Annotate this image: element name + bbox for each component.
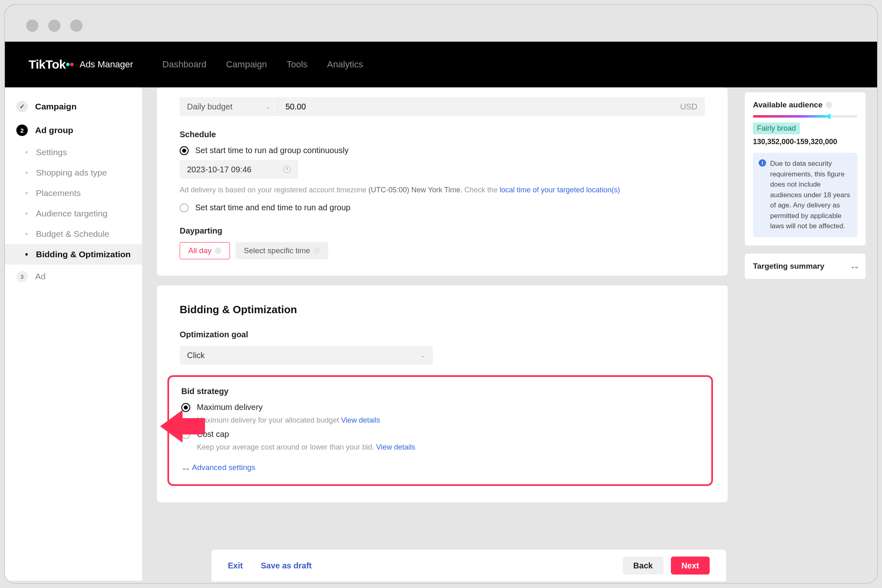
step-number-icon: 2 (16, 125, 28, 136)
pill-label: Select specific time (244, 246, 310, 255)
brand: TikTok•• Ads Manager (29, 58, 133, 71)
bid-max-delivery-radio[interactable]: Maximum delivery (181, 403, 699, 412)
bid-strategy-highlight: Bid strategy Maximum delivery Maximum de… (167, 375, 713, 486)
sidebar-item-budget[interactable]: Budget & Schedule (5, 224, 142, 244)
available-audience-title: Available audience (753, 100, 858, 109)
callout-arrow-icon (160, 410, 205, 443)
nav-dashboard[interactable]: Dashboard (163, 59, 207, 70)
sidebar-item-label: Shopping ads type (36, 168, 107, 178)
step-number-icon: 3 (16, 271, 28, 282)
max-delivery-desc: Maximum delivery for your allocated budg… (197, 416, 699, 425)
nav-campaign[interactable]: Campaign (226, 59, 267, 70)
save-draft-button[interactable]: Save as draft (261, 561, 312, 570)
bidding-card: Bidding & Optimization Optimization goal… (157, 285, 728, 502)
window-dot[interactable] (48, 20, 60, 32)
step-campaign[interactable]: ✓ Campaign (5, 95, 142, 118)
optimization-goal-select[interactable]: Click ⌄ (180, 346, 433, 365)
datetime-value: 2023-10-17 09:46 (187, 165, 252, 174)
schedule-continuous-radio[interactable]: Set start time to run ad group continuou… (180, 146, 705, 155)
main: Daily budget ⌄ 50.00 USD Schedule Set st… (142, 87, 742, 581)
chevron-down-icon: ⌄ (421, 352, 425, 359)
step-ad[interactable]: 3 Ad (5, 265, 142, 288)
sidebar-item-bidding[interactable]: Bidding & Optimization (5, 244, 142, 265)
exit-button[interactable]: Exit (228, 561, 243, 570)
step-label: Campaign (35, 102, 77, 111)
notice-text: Due to data security requirements, this … (770, 158, 852, 232)
info-icon (826, 102, 832, 108)
budget-schedule-card: Daily budget ⌄ 50.00 USD Schedule Set st… (157, 87, 728, 276)
audience-range: 130,352,000-159,320,000 (753, 138, 858, 146)
dayparting-all-day-button[interactable]: All day (180, 242, 230, 259)
dayparting-heading: Dayparting (180, 226, 705, 236)
audience-meter (753, 115, 858, 118)
back-button[interactable]: Back (623, 557, 664, 575)
radio-icon (180, 203, 189, 212)
targeting-title: Targeting summary (753, 262, 824, 271)
dayparting-pills: All day Select specific time (180, 242, 705, 259)
nav-tools[interactable]: Tools (287, 59, 307, 70)
sidebar-item-label: Audience targeting (36, 209, 107, 218)
footer: Exit Save as draft Back Next (212, 550, 726, 581)
sidebar-item-label: Bidding & Optimization (36, 249, 131, 259)
window-controls (5, 5, 877, 42)
optimization-goal-label: Optimization goal (180, 330, 705, 339)
topbar: TikTok•• Ads Manager Dashboard Campaign … (5, 42, 877, 87)
budget-type-select[interactable]: Daily budget ⌄ (180, 97, 278, 116)
available-audience-card: Available audience Fairly broad 130,352,… (745, 92, 866, 245)
dayparting-specific-button[interactable]: Select specific time (236, 242, 328, 259)
footer-right: Back Next (623, 557, 710, 575)
info-icon (314, 247, 320, 254)
sidebar-item-placements[interactable]: Placements (5, 183, 142, 203)
sidebar-item-shopping[interactable]: Shopping ads type (5, 163, 142, 183)
sidebar: ✓ Campaign 2 Ad group Settings Shopping … (5, 87, 142, 581)
step-label: Ad group (35, 125, 73, 135)
input-value: 50.00 (285, 102, 306, 111)
top-nav: Dashboard Campaign Tools Analytics (163, 59, 363, 70)
view-details-link[interactable]: View details (376, 443, 415, 451)
footer-left: Exit Save as draft (228, 561, 312, 570)
radio-label: Set start time to run ad group continuou… (195, 146, 349, 155)
bid-strategy-label: Bid strategy (181, 387, 699, 396)
daily-budget-row: Daily budget ⌄ 50.00 USD (180, 97, 705, 116)
chevron-double-down-icon: ⌄⌄ (181, 464, 189, 472)
view-details-link[interactable]: View details (341, 416, 380, 424)
next-button[interactable]: Next (671, 557, 710, 575)
brand-product: Ads Manager (80, 59, 133, 70)
timezone-helper: Ad delivery is based on your registered … (180, 185, 705, 196)
select-label: Daily budget (187, 102, 232, 111)
schedule-range-radio[interactable]: Set start time and end time to run ad gr… (180, 203, 705, 212)
pill-label: All day (188, 246, 212, 255)
step-adgroup[interactable]: 2 Ad group (5, 118, 142, 142)
step-label: Ad (35, 272, 46, 281)
right-pane: Available audience Fairly broad 130,352,… (742, 87, 877, 581)
content: ✓ Campaign 2 Ad group Settings Shopping … (5, 87, 877, 581)
nav-analytics[interactable]: Analytics (327, 59, 363, 70)
window-dot[interactable] (70, 20, 82, 32)
info-icon (215, 247, 221, 254)
audience-badge: Fairly broad (753, 122, 800, 134)
bid-cost-cap-radio[interactable]: Cost cap (181, 430, 699, 439)
app-frame: TikTok•• Ads Manager Dashboard Campaign … (4, 4, 878, 584)
radio-label: Maximum delivery (197, 403, 263, 412)
start-datetime-input[interactable]: 2023-10-17 09:46 (180, 160, 298, 179)
currency-label: USD (680, 102, 697, 111)
advanced-settings-link[interactable]: ⌄⌄ Advanced settings (181, 463, 699, 472)
budget-amount-input[interactable]: 50.00 USD (278, 97, 705, 116)
radio-label: Set start time and end time to run ad gr… (195, 203, 350, 212)
sidebar-item-audience[interactable]: Audience targeting (5, 203, 142, 224)
bidding-heading: Bidding & Optimization (180, 285, 705, 316)
select-value: Click (187, 351, 205, 360)
sidebar-item-settings[interactable]: Settings (5, 142, 142, 163)
svg-marker-0 (160, 410, 205, 443)
sidebar-item-label: Settings (36, 147, 67, 157)
window-dot[interactable] (26, 20, 38, 32)
brand-logo: TikTok•• (29, 58, 74, 71)
check-icon: ✓ (16, 101, 28, 112)
chevron-down-icon: ⌄ (265, 103, 270, 110)
schedule-heading: Schedule (180, 130, 705, 139)
sidebar-item-label: Budget & Schedule (36, 229, 109, 239)
radio-icon (180, 146, 189, 155)
clock-icon (283, 166, 291, 173)
targeting-summary-toggle[interactable]: Targeting summary ⌄⌄ (745, 254, 866, 279)
local-time-link[interactable]: local time of your targeted location(s) (499, 186, 620, 194)
